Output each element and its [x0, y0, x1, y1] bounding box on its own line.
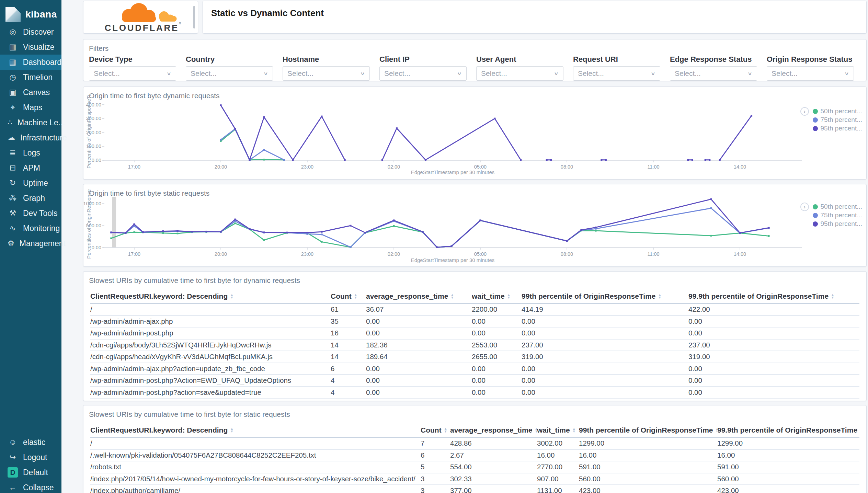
sidebar-item-infrastructure[interactable]: ☁ Infrastructure	[0, 130, 61, 145]
legend-item[interactable]: 50th percent...	[813, 108, 862, 114]
table-header-cell[interactable]: Count ▲▼	[331, 289, 366, 304]
cell-average-response-time: 0.00	[366, 316, 472, 328]
filter-device-type[interactable]: Select... ∨	[89, 66, 176, 81]
filter-hostname[interactable]: Select... ∨	[283, 66, 370, 81]
dynamic-requests-chart[interactable]: 400.00300.00200.00100.000.0017:0020:0023…	[83, 87, 867, 180]
filter-field: Request URI Select... ∨	[573, 55, 660, 81]
select-placeholder: Select...	[191, 69, 217, 78]
table-header-cell[interactable]: Count ▲▼	[421, 423, 450, 438]
sidebar-item-elastic-user[interactable]: ☺ elastic	[0, 435, 61, 450]
filter-label: Origin Response Status	[767, 55, 854, 64]
cell-99-9th-percentile: 0.00	[688, 328, 859, 340]
sidebar-item-discover[interactable]: ◎ Discover	[0, 24, 61, 39]
legend-dot	[813, 109, 818, 114]
filter-field: Device Type Select... ∨	[89, 55, 176, 81]
filter-user-agent[interactable]: Select... ∨	[476, 66, 563, 81]
svg-text:23:00: 23:00	[301, 164, 313, 170]
filter-field: Origin Response Status Select... ∨	[767, 55, 854, 81]
table-header-cell[interactable]: 99th percentile of OriginResponseTime ▲▼	[522, 289, 688, 304]
sidebar-item-collapse[interactable]: ← Collapse	[0, 480, 61, 493]
cell-uri: /wp-admin/admin-post.php?action=save&upd…	[90, 387, 331, 399]
table-header-cell[interactable]: ClientRequestURI.keyword: Descending ▲▼	[90, 289, 331, 304]
static-slowest-uris-panel: Slowest URIs by cumulative time to first…	[83, 405, 867, 493]
sidebar-item-timelion[interactable]: ◷ Timelion	[0, 70, 61, 85]
legend-item[interactable]: 75th percent...	[813, 212, 862, 218]
legend-label: 95th percent...	[821, 220, 862, 228]
chevron-down-icon: ∨	[844, 71, 849, 76]
legend-item[interactable]: 95th percent...	[813, 221, 862, 227]
table-header-cell[interactable]: 99.9th percentile of OriginResponseTime …	[688, 289, 859, 304]
table-header-cell[interactable]: average_response_time ▲▼	[366, 289, 472, 304]
cell-average-response-time: 302.33	[450, 473, 537, 485]
table-header-cell[interactable]: 99.9th percentile of OriginResponseTime …	[717, 423, 859, 438]
cell-99-9th-percentile: 0.00	[688, 387, 859, 399]
legend-label: 50th percent...	[821, 203, 862, 210]
filter-client-ip[interactable]: Select... ∨	[379, 66, 467, 81]
legend-item[interactable]: 95th percent...	[813, 125, 862, 131]
cloud-server-icon: ☁	[8, 134, 15, 141]
cell-count: 3	[421, 473, 450, 485]
user-icon: ☺	[8, 438, 18, 446]
sidebar-item-monitoring[interactable]: ∿ Monitoring	[0, 221, 61, 236]
legend-toggle-button[interactable]: ›	[800, 107, 809, 116]
table-header-cell[interactable]: wait_time ▲▼	[472, 289, 522, 304]
table-title: Slowest URIs by cumulative time to first…	[83, 272, 866, 285]
sidebar-item-machine-learning[interactable]: ∴ Machine Le...	[0, 115, 61, 130]
cell-uri: /	[90, 438, 421, 450]
filter-origin-response-status[interactable]: Select... ∨	[767, 66, 854, 81]
table-header-cell[interactable]: 99th percentile of OriginResponseTime ▲▼	[579, 423, 717, 438]
sidebar-item-default-space[interactable]: D Default	[0, 465, 61, 480]
sidebar-item-logout[interactable]: ↪ Logout	[0, 450, 61, 465]
table-header-cell[interactable]: average_response_time ▲▼	[450, 423, 537, 438]
sidebar-item-graph[interactable]: ⁂ Graph	[0, 191, 61, 206]
table-header-cell[interactable]: wait_time ▲▼	[537, 423, 579, 438]
sidebar-item-management[interactable]: ⚙ Management	[0, 236, 61, 251]
filter-country[interactable]: Select... ∨	[186, 66, 273, 81]
sidebar-item-visualize[interactable]: ▥ Visualize	[0, 39, 61, 55]
table-row: /.well-known/pki-validation/054075F6A27B…	[90, 450, 859, 462]
scrollbar-thumb[interactable]	[193, 6, 195, 28]
filter-request-uri[interactable]: Select... ∨	[573, 66, 660, 81]
table-header-cell[interactable]: ClientRequestURI.keyword: Descending ▲▼	[90, 423, 421, 438]
svg-text:14:00: 14:00	[734, 164, 746, 170]
filter-field: Edge Response Status Select... ∨	[670, 55, 757, 81]
cell-wait-time: 907.00	[537, 473, 579, 485]
legend-toggle-button[interactable]: ›	[800, 203, 809, 211]
sidebar-item-logs[interactable]: ≣ Logs	[0, 145, 61, 160]
dashboard-title-panel: Static vs Dynamic Content	[203, 1, 867, 34]
sidebar-item-maps[interactable]: ⌖ Maps	[0, 100, 61, 115]
table-row: /index.php/author/camiliame/ 3 377.00 11…	[90, 485, 859, 493]
timelion-clock-icon: ◷	[8, 73, 18, 81]
legend-item[interactable]: 75th percent...	[813, 117, 862, 123]
cell-count: 4	[331, 387, 366, 399]
cell-average-response-time: 428.86	[450, 438, 537, 450]
cloudflare-wordmark: CLOUDFLARE	[105, 23, 179, 33]
cell-99-9th-percentile: 0.00	[688, 363, 859, 375]
sidebar-item-apm[interactable]: ⊟ APM	[0, 160, 61, 175]
svg-text:23:00: 23:00	[301, 251, 313, 257]
kibana-logo[interactable]: kibana	[0, 0, 61, 22]
kibana-dashboard-app: { "sidebar": { "logo_text": "kibana", "i…	[0, 0, 868, 493]
table-row: /cdn-cgi/apps/head/xVgyKhR-vV3dAUGhMqfBc…	[90, 351, 859, 363]
sidebar-item-label: Collapse	[23, 483, 54, 492]
y-axis-label: Percentiles of OriginResponseTi	[86, 92, 92, 171]
cell-wait-time: 1131.00	[537, 485, 579, 493]
sidebar-item-dashboard[interactable]: ▦ Dashboard	[0, 55, 61, 70]
legend-item[interactable]: 50th percent...	[813, 204, 862, 210]
table-header-row: ClientRequestURI.keyword: Descending ▲▼ …	[90, 289, 859, 304]
cell-uri: /wp-admin/admin-post.php?action=update-2	[90, 399, 331, 401]
cell-average-response-time: 189.64	[366, 351, 472, 363]
cell-average-response-time: 554.00	[450, 461, 537, 473]
cell-wait-time: 16.00	[537, 450, 579, 462]
static-requests-chart[interactable]: 1000.00500.000.0017:0020:0023:0002:0005:…	[83, 184, 867, 267]
sidebar-item-canvas[interactable]: ▣ Canvas	[0, 85, 61, 100]
cell-99-9th-percentile: 423.00	[717, 485, 859, 493]
sidebar-item-uptime[interactable]: ↻ Uptime	[0, 175, 61, 191]
filter-field: Country Select... ∨	[186, 55, 273, 81]
table-row: /wp-admin/admin-ajax.php 35 0.00 0.00 0.…	[90, 316, 859, 328]
cell-99-9th-percentile: 16.00	[717, 450, 859, 462]
sidebar-item-dev-tools[interactable]: ⚒ Dev Tools	[0, 206, 61, 221]
table-row: /index.php/2017/05/14/how-i-owned-my-mot…	[90, 473, 859, 485]
filter-edge-response-status[interactable]: Select... ∨	[670, 66, 757, 81]
kibana-logo-icon	[5, 7, 21, 22]
